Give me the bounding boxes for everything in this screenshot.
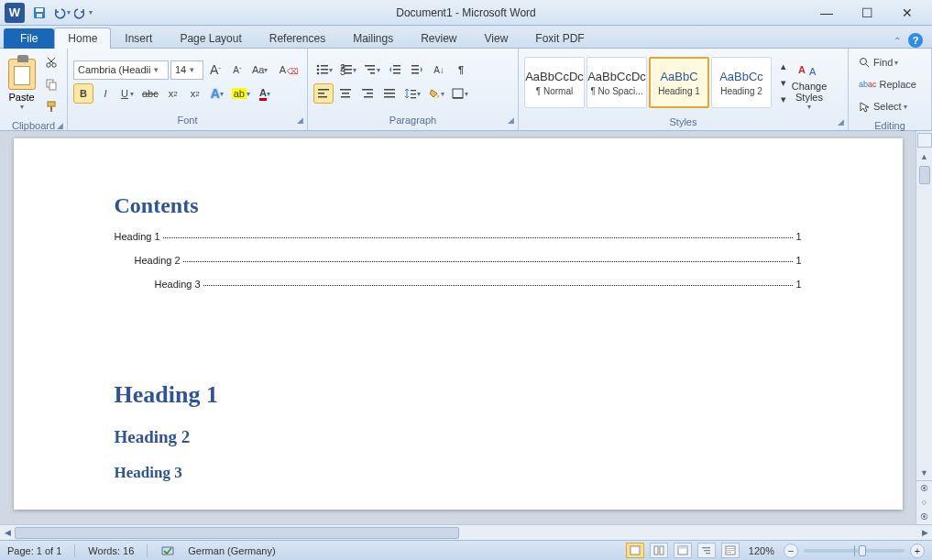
tab-references[interactable]: References bbox=[256, 27, 339, 49]
scroll-thumb[interactable] bbox=[919, 166, 930, 184]
align-center-button[interactable] bbox=[335, 83, 356, 104]
scroll-down-button[interactable]: ▼ bbox=[916, 466, 932, 480]
numbering-button[interactable]: 123▾ bbox=[337, 60, 359, 80]
style-item-1[interactable]: AaBbCcDc¶ No Spaci... bbox=[587, 57, 647, 108]
redo-button[interactable]: ▾ bbox=[74, 4, 93, 22]
proofing-icon[interactable] bbox=[160, 544, 175, 557]
language-indicator[interactable]: German (Germany) bbox=[188, 545, 275, 556]
clipboard-dialog-launcher[interactable]: ◢ bbox=[57, 121, 63, 130]
copy-button[interactable] bbox=[41, 74, 61, 94]
justify-button[interactable] bbox=[379, 83, 400, 104]
outline-view[interactable] bbox=[697, 543, 716, 558]
change-styles-button[interactable]: AA Change Styles▾ bbox=[786, 52, 832, 113]
svg-rect-39 bbox=[384, 89, 395, 91]
svg-rect-44 bbox=[411, 97, 416, 98]
ruler-toggle[interactable] bbox=[917, 133, 932, 148]
decrease-indent-button[interactable] bbox=[385, 60, 405, 80]
grow-font-button[interactable]: Aˆ bbox=[205, 60, 225, 80]
minimize-ribbon-button[interactable]: ⌃ bbox=[894, 36, 901, 46]
next-page-button[interactable]: ⦿ bbox=[916, 510, 932, 524]
toc-row-2[interactable]: Heading 3 1 bbox=[115, 279, 802, 290]
svg-rect-32 bbox=[318, 96, 327, 98]
style-name: Heading 2 bbox=[720, 86, 762, 96]
print-layout-view[interactable] bbox=[626, 543, 644, 558]
style-item-2[interactable]: AaBbCHeading 1 bbox=[649, 57, 709, 108]
hscroll-track[interactable] bbox=[15, 527, 917, 539]
toc-row-0[interactable]: Heading 1 1 bbox=[115, 231, 802, 242]
borders-button[interactable]: ▾ bbox=[449, 83, 471, 104]
show-marks-button[interactable]: ¶ bbox=[451, 60, 471, 80]
page-indicator[interactable]: Page: 1 of 1 bbox=[7, 545, 61, 556]
align-right-button[interactable] bbox=[357, 83, 378, 104]
find-button[interactable]: Find▾ bbox=[854, 52, 916, 72]
cut-button[interactable] bbox=[41, 52, 61, 72]
svg-rect-18 bbox=[345, 69, 352, 71]
tab-home[interactable]: Home bbox=[54, 27, 111, 49]
font-name-combo[interactable]: Cambria (Headii▾ bbox=[73, 60, 169, 80]
minimize-button[interactable]: — bbox=[815, 5, 839, 20]
word-count[interactable]: Words: 16 bbox=[88, 545, 134, 556]
multilevel-list-button[interactable]: ▾ bbox=[361, 60, 383, 80]
undo-button[interactable]: ▾ bbox=[52, 4, 71, 22]
bold-button[interactable]: B bbox=[73, 83, 93, 104]
align-left-button[interactable] bbox=[313, 83, 334, 104]
paste-button[interactable]: Paste ▾ bbox=[5, 54, 38, 115]
bullets-button[interactable]: ▾ bbox=[313, 60, 335, 80]
sort-button[interactable]: A↓ bbox=[429, 60, 449, 80]
tab-mailings[interactable]: Mailings bbox=[339, 27, 407, 49]
vertical-scrollbar[interactable]: ▲ ▼ ⦿ ○ ⦿ bbox=[916, 131, 932, 524]
zoom-level[interactable]: 120% bbox=[749, 545, 774, 556]
hscroll-thumb[interactable] bbox=[15, 527, 459, 539]
shading-button[interactable]: ▾ bbox=[425, 83, 447, 104]
scroll-right-button[interactable]: ▶ bbox=[917, 528, 932, 537]
tab-insert[interactable]: Insert bbox=[111, 27, 166, 49]
save-button[interactable] bbox=[30, 4, 49, 22]
help-button[interactable]: ? bbox=[908, 33, 923, 48]
style-item-3[interactable]: AaBbCcHeading 2 bbox=[711, 57, 772, 108]
tab-page-layout[interactable]: Page Layout bbox=[166, 27, 255, 49]
scroll-left-button[interactable]: ◀ bbox=[0, 528, 15, 537]
file-tab[interactable]: File bbox=[4, 28, 54, 49]
svg-rect-42 bbox=[411, 90, 416, 91]
close-button[interactable]: ✕ bbox=[895, 5, 919, 20]
subscript-button[interactable]: x2 bbox=[163, 83, 183, 104]
tab-review[interactable]: Review bbox=[407, 27, 470, 49]
font-dialog-launcher[interactable]: ◢ bbox=[297, 115, 303, 125]
paragraph-dialog-launcher[interactable]: ◢ bbox=[508, 115, 514, 125]
font-size-combo[interactable]: 14▾ bbox=[170, 60, 203, 80]
toc-page: 1 bbox=[795, 279, 801, 290]
tab-foxit-pdf[interactable]: Foxit PDF bbox=[521, 27, 598, 49]
format-painter-button[interactable] bbox=[41, 96, 61, 116]
style-item-0[interactable]: AaBbCcDc¶ Normal bbox=[524, 57, 585, 108]
scroll-up-button[interactable]: ▲ bbox=[916, 149, 932, 164]
browse-object-button[interactable]: ○ bbox=[916, 495, 932, 510]
line-spacing-button[interactable]: ▾ bbox=[401, 83, 423, 104]
web-layout-view[interactable] bbox=[674, 543, 692, 558]
superscript-button[interactable]: x2 bbox=[185, 83, 205, 104]
select-button[interactable]: Select▾ bbox=[854, 96, 916, 116]
page[interactable]: Contents Heading 1 1Heading 2 1Heading 3… bbox=[14, 138, 903, 510]
full-screen-view[interactable] bbox=[650, 543, 668, 558]
italic-button[interactable]: I bbox=[95, 83, 115, 104]
zoom-in-button[interactable]: + bbox=[910, 544, 925, 558]
text-effects-button[interactable]: A▾ bbox=[207, 83, 227, 104]
change-case-button[interactable]: Aa▾ bbox=[249, 60, 270, 80]
replace-button[interactable]: abacReplace bbox=[854, 74, 916, 94]
highlight-button[interactable]: ab▾ bbox=[229, 83, 253, 104]
zoom-slider[interactable] bbox=[804, 549, 905, 553]
tab-view[interactable]: View bbox=[471, 27, 522, 49]
prev-page-button[interactable]: ⦿ bbox=[916, 480, 932, 495]
increase-indent-button[interactable] bbox=[407, 60, 427, 80]
svg-rect-20 bbox=[345, 72, 352, 74]
font-color-button[interactable]: A▾ bbox=[255, 83, 275, 104]
shrink-font-button[interactable]: Aˇ bbox=[227, 60, 247, 80]
maximize-button[interactable]: ☐ bbox=[855, 5, 879, 20]
draft-view[interactable] bbox=[721, 543, 740, 558]
clear-formatting-button[interactable]: A⌫ bbox=[272, 60, 292, 80]
toc-row-1[interactable]: Heading 2 1 bbox=[115, 255, 802, 266]
styles-dialog-launcher[interactable]: ◢ bbox=[838, 117, 844, 126]
underline-button[interactable]: U▾ bbox=[117, 83, 137, 104]
horizontal-scrollbar[interactable]: ◀ ▶ bbox=[0, 524, 932, 540]
strikethrough-button[interactable]: abc bbox=[139, 83, 161, 104]
zoom-out-button[interactable]: − bbox=[784, 544, 798, 558]
